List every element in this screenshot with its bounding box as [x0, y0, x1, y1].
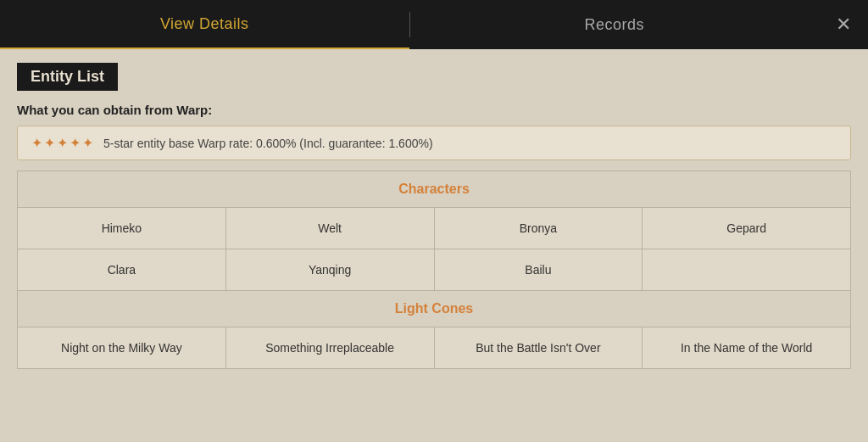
header: View Details Records ✕	[0, 0, 868, 49]
rate-banner: ✦✦✦✦✦ 5-star entity base Warp rate: 0.60…	[17, 126, 851, 160]
list-item: Night on the Milky Way	[18, 327, 226, 369]
rate-text: 5-star entity base Warp rate: 0.600% (In…	[103, 137, 433, 150]
tab-records[interactable]: Records	[410, 0, 820, 49]
table-row: Night on the Milky Way Something Irrepla…	[18, 327, 851, 369]
list-item: Himeko	[18, 208, 226, 249]
list-item: Something Irreplaceable	[225, 327, 434, 369]
entity-table: Characters Himeko Welt Bronya Gepard Cla…	[17, 171, 851, 369]
close-icon: ✕	[836, 14, 851, 36]
list-item: But the Battle Isn't Over	[434, 327, 643, 369]
light-cones-section-header: Light Cones	[18, 291, 851, 327]
characters-section-header: Characters	[18, 171, 851, 208]
list-item: In the Name of the World	[643, 327, 851, 369]
section-subtitle: What you can obtain from Warp:	[17, 103, 851, 117]
list-item: Bailu	[434, 249, 643, 291]
list-item: Welt	[225, 208, 434, 249]
tab-view-details[interactable]: View Details	[0, 0, 409, 49]
list-item: Yanqing	[225, 249, 434, 291]
table-row: Himeko Welt Bronya Gepard	[18, 208, 851, 249]
list-item	[643, 249, 851, 291]
close-button[interactable]: ✕	[819, 0, 868, 49]
characters-label: Characters	[18, 171, 851, 208]
stars-icon: ✦✦✦✦✦	[31, 135, 95, 151]
list-item: Clara	[18, 249, 226, 291]
light-cones-label: Light Cones	[18, 291, 851, 327]
main-content: Entity List What you can obtain from War…	[0, 49, 868, 442]
table-row: Clara Yanqing Bailu	[18, 249, 851, 291]
list-item: Gepard	[643, 208, 851, 249]
entity-list-title: Entity List	[17, 63, 118, 91]
list-item: Bronya	[434, 208, 643, 249]
